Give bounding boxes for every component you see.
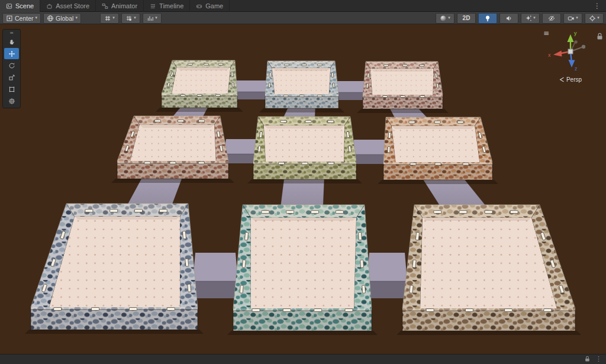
z-axis-label: z: [575, 66, 578, 72]
timeline-icon: [150, 3, 156, 9]
tab-bar: SceneAsset StoreAnimatorTimelineGame ⋮: [0, 0, 606, 12]
scene-canvas[interactable]: [0, 24, 606, 354]
neg-x-knob[interactable]: [582, 45, 585, 49]
shading-mode-button[interactable]: ▾: [436, 13, 454, 24]
tab-label: Animator: [111, 2, 137, 9]
transform-tool-button[interactable]: [4, 95, 19, 107]
grid-icon: [104, 15, 111, 22]
rect-tool-button[interactable]: [4, 83, 19, 95]
scene-audio-button[interactable]: [499, 13, 518, 24]
projection-label: Persp: [566, 76, 582, 83]
gizmos-button[interactable]: ▾: [585, 13, 604, 24]
move-tool-button[interactable]: [4, 48, 19, 59]
2d-view-label: 2D: [463, 15, 470, 21]
tab-label: Scene: [15, 2, 34, 9]
hand-icon: [8, 38, 15, 46]
scale-icon: [8, 74, 15, 81]
gizmo-center-cube[interactable]: [568, 49, 573, 54]
chevron-down-icon: ▾: [533, 16, 536, 20]
status-menu-icon[interactable]: ⋮: [595, 355, 602, 363]
palette-grip-icon[interactable]: ≡: [4, 30, 20, 36]
rotate-icon: [8, 62, 15, 69]
neg-z-knob[interactable]: [574, 40, 578, 44]
chevron-down-icon: ▾: [155, 16, 157, 20]
dungeon-scene[interactable]: [25, 60, 581, 335]
chevron-down-icon: ▾: [597, 16, 599, 20]
chevron-down-icon: ▾: [112, 16, 115, 20]
tab-scene[interactable]: Scene: [0, 0, 40, 12]
camera-icon: [568, 15, 575, 22]
status-bar: ⋮: [0, 354, 606, 364]
view-tool-button[interactable]: [4, 36, 19, 47]
room-1[interactable]: [156, 60, 243, 112]
room-3[interactable]: [357, 62, 449, 113]
chevron-down-icon: ▾: [576, 16, 578, 20]
x-axis-cone[interactable]: [553, 51, 562, 57]
pivot-mode-button[interactable]: Center ▾: [2, 13, 41, 24]
snap-button-group: ▾▾▾: [100, 13, 162, 24]
scene-visibility-button[interactable]: [542, 13, 561, 24]
lock-icon[interactable]: [597, 32, 603, 43]
grid-visibility-button[interactable]: ▾: [100, 13, 119, 24]
snap-bars-icon: [147, 15, 154, 22]
scene-icon: [6, 3, 12, 9]
scene-toolbar: Center ▾ Global ▾ ▾▾▾ ▾2D▾▾▾: [0, 12, 606, 24]
lock-icon[interactable]: [585, 356, 590, 362]
room-2[interactable]: [259, 61, 344, 112]
rotate-tool-button[interactable]: [4, 60, 19, 71]
orientation-gizmo[interactable]: y x z Persp: [544, 28, 597, 83]
game-icon: [196, 3, 202, 9]
tool-palette: ≡: [2, 29, 21, 108]
orientation-mode-button[interactable]: Global ▾: [43, 13, 81, 24]
tab-game[interactable]: Game: [190, 0, 230, 12]
light-bulb-icon: [484, 15, 491, 22]
tab-label: Asset Store: [56, 2, 89, 9]
tab-label: Game: [205, 2, 223, 9]
grid-snap-button[interactable]: ▾: [121, 13, 140, 24]
chevron-down-icon: ▾: [36, 16, 38, 20]
tab-asset-store[interactable]: Asset Store: [40, 0, 96, 12]
move-icon: [8, 50, 15, 57]
crosshair-icon: [589, 15, 596, 22]
effects-button[interactable]: ▾: [521, 13, 540, 24]
room-4[interactable]: [111, 116, 234, 183]
rect-icon: [8, 86, 15, 93]
asset-store-icon: [46, 3, 53, 9]
chevron-down-icon: ▾: [75, 16, 78, 20]
room-7[interactable]: [25, 204, 204, 334]
y-axis-cone[interactable]: [568, 34, 574, 42]
camera-view-button[interactable]: ▾: [563, 13, 582, 24]
perspective-icon: [559, 77, 565, 82]
projection-toggle[interactable]: Persp: [544, 76, 597, 83]
scene-viewport[interactable]: ≡ ≡ y x z: [0, 24, 606, 354]
y-axis-label: y: [574, 30, 577, 36]
tab-animator[interactable]: Animator: [96, 0, 144, 12]
orientation-mode-label: Global: [56, 15, 73, 22]
pivot-icon: [6, 15, 13, 22]
shaded-sphere-icon: [440, 15, 447, 22]
room-6[interactable]: [378, 117, 498, 184]
2d-view-button[interactable]: 2D: [457, 13, 476, 24]
chevron-down-icon: ▾: [134, 16, 136, 20]
scene-lighting-button[interactable]: [478, 13, 497, 24]
snap-increment-button[interactable]: ▾: [143, 13, 162, 24]
room-9[interactable]: [397, 205, 581, 335]
globe-icon: [47, 15, 54, 22]
tools-container: [4, 36, 20, 107]
window-menu-icon[interactable]: ⋮: [588, 0, 606, 12]
orientation-gizmo-axes[interactable]: y x z: [544, 28, 597, 76]
chevron-down-icon: ▾: [448, 16, 450, 20]
x-axis-label: x: [548, 52, 551, 58]
transform-icon: [8, 98, 15, 105]
eye-hidden-icon: [548, 15, 555, 22]
tab-label: Timeline: [159, 2, 183, 9]
tab-timeline[interactable]: Timeline: [144, 0, 190, 12]
room-5[interactable]: [247, 117, 362, 183]
room-8[interactable]: [227, 205, 378, 335]
animator-icon: [102, 3, 108, 9]
pivot-mode-label: Center: [15, 15, 34, 22]
scene-view-toggles: ▾2D▾▾▾: [436, 13, 604, 24]
z-axis-cone[interactable]: [569, 60, 575, 67]
scale-tool-button[interactable]: [4, 72, 19, 83]
speaker-icon: [505, 15, 512, 22]
